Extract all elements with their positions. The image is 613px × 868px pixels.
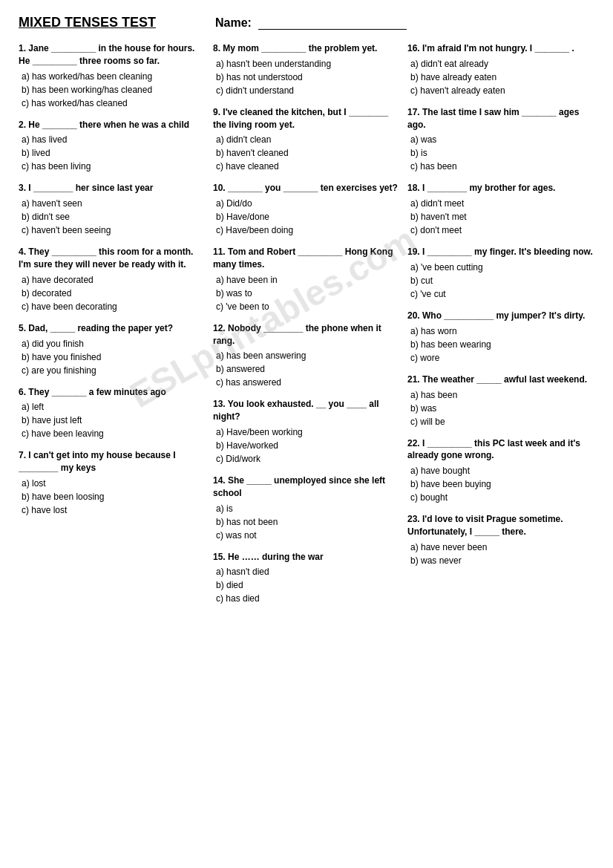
- question-text-col3-4: 19. I _________ my finger. It's bleeding…: [407, 246, 594, 258]
- options-list-col2-8: a) hasn't diedb) diedc) has died: [213, 565, 400, 605]
- question-block-col3-6: 21. The weather _____ awful last weekend…: [407, 373, 594, 428]
- column-1: 1. Jane _________ in the house for hours…: [19, 42, 206, 614]
- option-item: b) haven't cleaned: [216, 146, 400, 160]
- question-text-col1-1: 1. Jane _________ in the house for hours…: [19, 42, 206, 68]
- question-block-col1-7: 7. I can't get into my house because I _…: [19, 449, 206, 517]
- option-item: c) Did/work: [216, 452, 400, 466]
- option-item: a) Did/do: [216, 197, 400, 210]
- option-item: a) is: [216, 502, 400, 515]
- question-block-col2-2: 9. I've cleaned the kitchen, but I _____…: [213, 106, 400, 174]
- columns-container: 1. Jane _________ in the house for hours…: [19, 42, 594, 614]
- option-item: a) have bought: [410, 464, 594, 477]
- question-text-col2-3: 10. _______ you _______ ten exercises ye…: [213, 182, 400, 195]
- question-block-col3-3: 18. I ________ my brother for ages.a) di…: [407, 182, 594, 237]
- option-item: b) haven't met: [410, 210, 594, 223]
- question-text-col2-1: 8. My mom _________ the problem yet.: [213, 42, 400, 55]
- option-item: a) has been: [410, 388, 594, 402]
- question-block-col2-7: 14. She _____ unemployed since she left …: [213, 474, 400, 542]
- option-item: b) decorated: [22, 287, 206, 300]
- question-block-col1-2: 2. He _______ there when he was a childa…: [19, 119, 206, 174]
- option-item: b) have been loosing: [22, 490, 206, 503]
- option-item: c) 've cut: [410, 287, 594, 301]
- question-block-col2-3: 10. _______ you _______ ten exercises ye…: [213, 182, 400, 237]
- options-list-col3-8: a) have never beenb) was never: [407, 541, 594, 567]
- page-header: MIXED TENSES TEST Name:: [19, 15, 594, 30]
- options-list-col3-4: a) 've been cuttingb) cutc) 've cut: [407, 261, 594, 301]
- options-list-col1-4: a) have decoratedb) decoratedc) have bee…: [19, 273, 206, 313]
- options-list-col2-5: a) has been answeringb) answeredc) has a…: [213, 349, 400, 389]
- options-list-col1-6: a) leftb) have just leftc) have been lea…: [19, 400, 206, 440]
- options-list-col1-3: a) haven't seenb) didn't seec) haven't b…: [19, 197, 206, 237]
- options-list-col1-7: a) lostb) have been loosingc) have lost: [19, 477, 206, 517]
- option-item: b) has not understood: [216, 71, 400, 84]
- option-item: c) has died: [216, 592, 400, 605]
- question-text-col3-7: 22. I _________ this PC last week and it…: [407, 437, 594, 463]
- option-item: a) has worn: [410, 324, 594, 338]
- options-list-col1-5: a) did you finishb) have you finishedc) …: [19, 337, 206, 377]
- options-list-col1-2: a) has livedb) livedc) has been living: [19, 133, 206, 173]
- question-block-col2-4: 11. Tom and Robert _________ Hong Kong m…: [213, 246, 400, 313]
- question-text-col1-3: 3. I ________ her since last year: [19, 182, 206, 195]
- page-title: MIXED TENSES TEST: [19, 15, 156, 30]
- options-list-col3-5: a) has wornb) has been wearingc) wore: [407, 324, 594, 365]
- question-block-col2-8: 15. He …… during the wara) hasn't diedb)…: [213, 551, 400, 606]
- option-item: a) have been in: [216, 273, 400, 287]
- option-item: a) have decorated: [22, 273, 206, 287]
- name-label: Name:: [215, 16, 407, 30]
- question-text-col1-7: 7. I can't get into my house because I _…: [19, 449, 206, 474]
- question-text-col3-2: 17. The last time I saw him _______ ages…: [407, 106, 594, 131]
- option-item: a) 've been cutting: [410, 261, 594, 274]
- option-item: c) didn't understand: [216, 84, 400, 97]
- question-block-col1-4: 4. They _________ this room for a month.…: [19, 246, 206, 313]
- options-list-col3-1: a) didn't eat alreadyb) have already eat…: [407, 57, 594, 97]
- option-item: b) answered: [216, 362, 400, 376]
- options-list-col2-6: a) Have/been workingb) Have/workedc) Did…: [213, 425, 400, 466]
- option-item: a) didn't eat already: [410, 57, 594, 71]
- option-item: a) left: [22, 400, 206, 414]
- question-block-col3-4: 19. I _________ my finger. It's bleeding…: [407, 246, 594, 301]
- options-list-col1-1: a) has worked/has been cleaningb) has be…: [19, 70, 206, 110]
- options-list-col3-6: a) has beenb) wasc) will be: [407, 388, 594, 428]
- option-item: c) don't meet: [410, 223, 594, 237]
- question-text-col2-8: 15. He …… during the war: [213, 551, 400, 564]
- question-text-col3-6: 21. The weather _____ awful last weekend…: [407, 373, 594, 386]
- option-item: a) Have/been working: [216, 425, 400, 439]
- question-block-col1-6: 6. They _______ a few minutes agoa) left…: [19, 386, 206, 441]
- option-item: b) Have/done: [216, 210, 400, 223]
- option-item: b) have already eaten: [410, 71, 594, 84]
- option-item: b) was: [410, 402, 594, 415]
- option-item: c) have been decorating: [22, 300, 206, 313]
- option-item: a) hasn't been understanding: [216, 57, 400, 71]
- question-text-col3-1: 16. I'm afraid I'm not hungry. I _______…: [407, 42, 594, 55]
- question-block-col3-7: 22. I _________ this PC last week and it…: [407, 437, 594, 505]
- option-item: b) have been buying: [410, 477, 594, 491]
- option-item: b) was to: [216, 287, 400, 300]
- option-item: b) died: [216, 578, 400, 592]
- option-item: c) 've been to: [216, 300, 400, 313]
- option-item: a) was: [410, 133, 594, 146]
- option-item: b) has not been: [216, 515, 400, 529]
- option-item: a) haven't seen: [22, 197, 206, 210]
- option-item: a) has been answering: [216, 349, 400, 362]
- option-item: b) has been working/has cleaned: [22, 83, 206, 97]
- column-3: 16. I'm afraid I'm not hungry. I _______…: [407, 42, 594, 614]
- column-2: 8. My mom _________ the problem yet.a) h…: [213, 42, 400, 614]
- question-block-col2-1: 8. My mom _________ the problem yet.a) h…: [213, 42, 400, 97]
- question-block-col3-5: 20. Who __________ my jumper? It's dirty…: [407, 310, 594, 365]
- option-item: a) has lived: [22, 133, 206, 146]
- question-block-col1-3: 3. I ________ her since last yeara) have…: [19, 182, 206, 237]
- option-item: a) didn't clean: [216, 133, 400, 146]
- question-text-col2-7: 14. She _____ unemployed since she left …: [213, 474, 400, 500]
- name-label-text: Name:: [215, 16, 252, 29]
- options-list-col2-2: a) didn't cleanb) haven't cleanedc) have…: [213, 133, 400, 173]
- options-list-col3-2: a) wasb) isc) has been: [407, 133, 594, 173]
- option-item: b) is: [410, 146, 594, 160]
- option-item: b) have just left: [22, 414, 206, 427]
- option-item: c) has been living: [22, 160, 206, 173]
- option-item: c) Have/been doing: [216, 223, 400, 237]
- option-item: b) didn't see: [22, 210, 206, 223]
- question-block-col1-5: 5. Dad, _____ reading the paper yet?a) d…: [19, 322, 206, 377]
- option-item: a) didn't meet: [410, 197, 594, 210]
- option-item: a) lost: [22, 477, 206, 490]
- options-list-col2-7: a) isb) has not beenc) was not: [213, 502, 400, 542]
